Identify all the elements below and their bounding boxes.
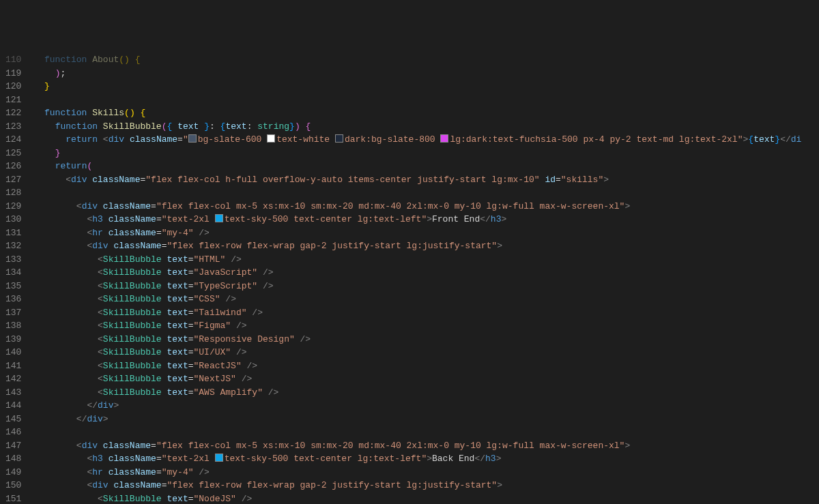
code-line[interactable]: ); bbox=[33, 67, 819, 80]
gutter-line: 126 bbox=[5, 160, 21, 173]
gutter-line: 110 bbox=[5, 53, 21, 67]
code-line[interactable]: <div className="flex flex-row flex-wrap … bbox=[33, 239, 819, 253]
code-line[interactable] bbox=[33, 426, 819, 439]
gutter-line: 137 bbox=[5, 306, 21, 320]
gutter-line: 145 bbox=[5, 413, 21, 426]
gutter-line: 125 bbox=[5, 147, 21, 160]
gutter-line: 130 bbox=[5, 213, 21, 226]
gutter-line: 139 bbox=[5, 333, 21, 346]
code-line[interactable]: function Skills() { bbox=[33, 106, 819, 120]
gutter-line: 121 bbox=[5, 93, 21, 107]
gutter-line: 140 bbox=[5, 346, 21, 359]
gutter-line: 151 bbox=[5, 492, 21, 505]
gutter-line: 120 bbox=[5, 80, 21, 93]
code-line[interactable]: <SkillBubble text="ReactJS" /> bbox=[33, 359, 819, 373]
code-line[interactable]: <SkillBubble text="NextJS" /> bbox=[33, 372, 819, 386]
code-line[interactable]: <SkillBubble text="UI/UX" /> bbox=[33, 346, 819, 359]
gutter-line: 146 bbox=[5, 426, 21, 439]
gutter-line: 144 bbox=[5, 399, 21, 413]
code-line[interactable]: <div className="flex flex-col h-full ove… bbox=[33, 173, 819, 187]
code-editor: 1101191201211221231241251261271281291301… bbox=[0, 53, 819, 504]
code-line[interactable]: <div className="flex flex-row flex-wrap … bbox=[33, 479, 819, 492]
gutter-line: 124 bbox=[5, 133, 21, 147]
gutter-line: 142 bbox=[5, 372, 21, 386]
code-line[interactable]: <h3 className="text-2xl text-sky-500 tex… bbox=[33, 452, 819, 466]
code-line[interactable]: <SkillBubble text="JavaScript" /> bbox=[33, 266, 819, 280]
code-line[interactable]: function SkillBubble({ text }: {text: st… bbox=[33, 120, 819, 134]
code-line[interactable]: <div className="flex flex-col mx-5 xs:mx… bbox=[33, 200, 819, 213]
line-gutter: 1101191201211221231241251261271281291301… bbox=[0, 53, 33, 504]
code-line[interactable]: <SkillBubble text="CSS" /> bbox=[33, 293, 819, 306]
gutter-line: 135 bbox=[5, 280, 21, 293]
code-line[interactable]: </div> bbox=[33, 413, 819, 426]
code-line[interactable]: function About() { bbox=[33, 53, 819, 67]
gutter-line: 127 bbox=[5, 173, 21, 187]
gutter-line: 132 bbox=[5, 239, 21, 253]
code-line[interactable] bbox=[33, 93, 819, 107]
code-line[interactable]: return( bbox=[33, 160, 819, 173]
code-line[interactable]: <SkillBubble text="AWS Amplify" /> bbox=[33, 386, 819, 400]
gutter-line: 141 bbox=[5, 359, 21, 373]
code-line[interactable]: <SkillBubble text="Tailwind" /> bbox=[33, 306, 819, 320]
code-line[interactable]: <SkillBubble text="TypeScript" /> bbox=[33, 280, 819, 293]
gutter-line: 150 bbox=[5, 479, 21, 492]
gutter-line: 138 bbox=[5, 319, 21, 333]
code-area[interactable]: function About() { ); } function Skills(… bbox=[33, 53, 819, 504]
gutter-line: 149 bbox=[5, 466, 21, 479]
gutter-line: 136 bbox=[5, 293, 21, 306]
code-line[interactable]: <SkillBubble text="HTML" /> bbox=[33, 253, 819, 267]
code-line[interactable]: <SkillBubble text="NodeJS" /> bbox=[33, 492, 819, 505]
code-line[interactable]: } bbox=[33, 147, 819, 160]
code-line[interactable]: return <div className="bg-slate-600 text… bbox=[33, 133, 819, 147]
code-line[interactable]: <h3 className="text-2xl text-sky-500 tex… bbox=[33, 213, 819, 226]
code-line[interactable]: <hr className="my-4" /> bbox=[33, 466, 819, 479]
gutter-line: 148 bbox=[5, 452, 21, 466]
gutter-line: 131 bbox=[5, 226, 21, 240]
code-line[interactable]: <SkillBubble text="Figma" /> bbox=[33, 319, 819, 333]
gutter-line: 129 bbox=[5, 200, 21, 213]
gutter-line: 134 bbox=[5, 266, 21, 280]
gutter-line: 123 bbox=[5, 120, 21, 134]
gutter-line: 122 bbox=[5, 106, 21, 120]
code-line[interactable]: </div> bbox=[33, 399, 819, 413]
gutter-line: 128 bbox=[5, 186, 21, 200]
gutter-line: 119 bbox=[5, 67, 21, 80]
code-line[interactable]: <SkillBubble text="Responsive Design" /> bbox=[33, 333, 819, 346]
code-line[interactable] bbox=[33, 186, 819, 200]
gutter-line: 133 bbox=[5, 253, 21, 267]
gutter-line: 143 bbox=[5, 386, 21, 400]
code-line[interactable]: <hr className="my-4" /> bbox=[33, 226, 819, 240]
code-line[interactable]: <div className="flex flex-col mx-5 xs:mx… bbox=[33, 439, 819, 453]
gutter-line: 147 bbox=[5, 439, 21, 453]
code-line[interactable]: } bbox=[33, 80, 819, 93]
